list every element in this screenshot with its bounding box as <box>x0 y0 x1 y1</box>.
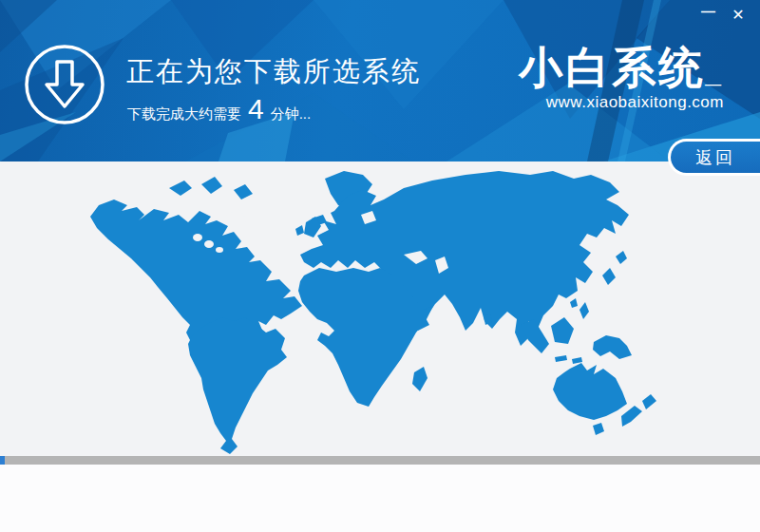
status-footer: 下载状态： 正在下载 保存路径： G:\XBGhost\xiaobai_CZ_w… <box>0 465 760 532</box>
map-panel <box>0 162 760 456</box>
eta-prefix: 下载完成大约需要 <box>127 105 241 124</box>
brand-logo: 小白系统_ www.xiaobaixitong.com <box>519 46 724 112</box>
logo-underscore: _ <box>705 57 724 88</box>
minimize-button[interactable]: — <box>695 0 720 23</box>
progress-bar-fill <box>0 456 5 465</box>
download-icon <box>23 43 106 126</box>
brand-logo-text: 小白系统_ <box>519 46 724 89</box>
close-button[interactable]: ✕ <box>726 2 750 27</box>
back-button[interactable]: 返回 <box>668 139 760 176</box>
eta-minutes: 4 <box>248 93 264 125</box>
eta-suffix: 分钟... <box>271 105 312 124</box>
world-map <box>0 162 760 456</box>
brand-website: www.xiaobaixitong.com <box>519 93 724 112</box>
eta-text: 下载完成大约需要 4 分钟... <box>127 93 311 125</box>
header: — ✕ 正在为您下载所选系统 下载完成大约需要 4 分钟... 小白系统_ ww… <box>0 0 760 162</box>
app-window: — ✕ 正在为您下载所选系统 下载完成大约需要 4 分钟... 小白系统_ ww… <box>0 0 760 532</box>
progress-bar-track <box>0 456 760 465</box>
page-title: 正在为您下载所选系统 <box>126 53 421 91</box>
